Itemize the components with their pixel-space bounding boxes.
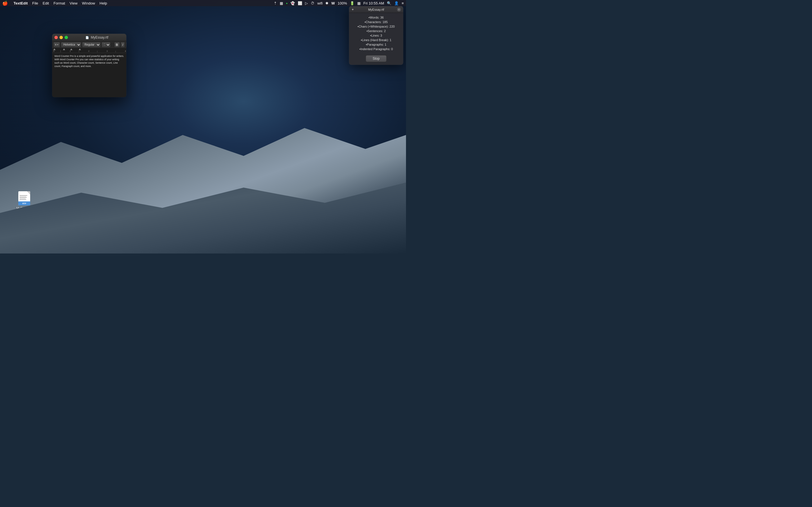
stat-characters: •Characters: 185 bbox=[352, 20, 400, 24]
wc-close-button[interactable]: ✕ bbox=[397, 8, 401, 11]
stat-chars-whitespace: •Chars (+Whitespace): 220 bbox=[352, 24, 400, 29]
document-text: Word Counter Pro is a simple and powerfu… bbox=[54, 55, 124, 68]
stat-paragraphs: •Paragraphs: 1 bbox=[352, 42, 400, 47]
file-line bbox=[19, 195, 27, 196]
stat-lines: •Lines: 3 bbox=[352, 33, 400, 38]
stat-indented-paragraphs: •Indented Paragraphs: 0 bbox=[352, 47, 400, 51]
file-badge: RTF bbox=[18, 202, 30, 205]
wc-stats: •Words: 36 •Characters: 185 •Chars (+Whi… bbox=[349, 13, 403, 54]
search-icon[interactable]: 🔍 bbox=[387, 1, 391, 5]
menubar-left: 🍎 TextEdit File Edit Format View Window … bbox=[2, 1, 107, 6]
stat-lines-hard-break: •Lines (Hard Break): 1 bbox=[352, 38, 400, 42]
clock: Fri 10:55 AM bbox=[363, 1, 384, 5]
file-line bbox=[19, 196, 26, 197]
battery-percentage: 100% bbox=[338, 1, 347, 5]
menu-edit[interactable]: Edit bbox=[43, 1, 49, 5]
list-style-button[interactable]: ≡ ▾ bbox=[53, 42, 60, 48]
wc-title: MyEssay.rtf bbox=[355, 8, 397, 11]
maximize-button[interactable] bbox=[64, 36, 68, 39]
word-counter-panel: ✦ MyEssay.rtf ✕ •Words: 36 •Characters: … bbox=[349, 6, 403, 65]
svg-text:3: 3 bbox=[107, 50, 108, 52]
font-selector[interactable]: Helvetica bbox=[61, 42, 81, 48]
svg-marker-18 bbox=[79, 48, 81, 50]
stats-icon: ▦ bbox=[280, 1, 283, 5]
menu-file[interactable]: File bbox=[32, 1, 38, 5]
menu-format[interactable]: Format bbox=[54, 1, 65, 5]
file-line bbox=[19, 199, 26, 200]
bold-button[interactable]: B bbox=[114, 42, 120, 48]
underline-button[interactable]: U bbox=[126, 42, 126, 48]
svg-marker-17 bbox=[70, 48, 72, 50]
italic-button[interactable]: I bbox=[121, 42, 125, 48]
control-center-icon: ▦ bbox=[357, 1, 361, 5]
file-icon-label: MyEssay.rtf bbox=[16, 207, 33, 210]
ruler: 0 1 2 3 4 5 6 7 bbox=[52, 48, 126, 53]
stop-button[interactable]: Stop bbox=[366, 55, 387, 62]
green-dot-icon: ● bbox=[286, 2, 288, 5]
menubar: 🍎 TextEdit File Edit Format View Window … bbox=[0, 0, 406, 6]
file-icon-lines bbox=[18, 191, 30, 201]
file-line bbox=[19, 197, 27, 198]
app-name[interactable]: TextEdit bbox=[13, 1, 28, 5]
battery-icon: 🔋 bbox=[350, 1, 354, 5]
menu-view[interactable]: View bbox=[70, 1, 78, 5]
fill-color-btn[interactable] bbox=[111, 43, 112, 47]
svg-marker-16 bbox=[63, 48, 65, 50]
apple-menu[interactable]: 🍎 bbox=[2, 1, 8, 6]
menu-help[interactable]: Help bbox=[100, 1, 107, 5]
list-icon: ≡ bbox=[55, 43, 57, 46]
desktop-file-icon[interactable]: RTF MyEssay.rtf bbox=[16, 191, 33, 210]
file-line bbox=[19, 198, 26, 199]
desktop: 🍎 TextEdit File Edit Format View Window … bbox=[0, 0, 406, 253]
stat-sentences: •Sentences: 2 bbox=[352, 29, 400, 33]
user-icon: 👤 bbox=[394, 1, 399, 5]
size-selector[interactable]: 12 bbox=[101, 42, 110, 48]
menubar-right: ⇡ ▦ ● 👻 ⬜ ▷ ⏱ wifi ✱ W 100% 🔋 ▦ Fri 10:5… bbox=[274, 1, 404, 5]
wc-titlebar: ✦ MyEssay.rtf ✕ bbox=[349, 6, 403, 13]
svg-text:1: 1 bbox=[70, 50, 71, 52]
menu-icon: ≡ bbox=[402, 1, 404, 5]
svg-marker-15 bbox=[53, 48, 56, 50]
airplay-icon: ▷ bbox=[305, 1, 308, 5]
file-icon-shape: RTF bbox=[18, 191, 30, 205]
stat-words: •Words: 36 bbox=[352, 15, 400, 20]
microsoft-icon: W bbox=[331, 1, 335, 5]
location-icon: ⇡ bbox=[274, 1, 277, 5]
bluetooth-icon: ✱ bbox=[325, 1, 328, 5]
window-titlebar: 📄 MyEssay.rtf bbox=[52, 34, 126, 41]
svg-text:4: 4 bbox=[125, 50, 126, 52]
svg-text:2: 2 bbox=[88, 50, 89, 52]
wifi-icon: wifi bbox=[317, 1, 322, 5]
dropdown-icon: ▾ bbox=[57, 44, 58, 46]
stroke-color-btn[interactable] bbox=[113, 43, 113, 47]
window-title: 📄 MyEssay.rtf bbox=[70, 36, 124, 40]
time-machine-icon: ⏱ bbox=[311, 1, 314, 5]
close-button[interactable] bbox=[54, 36, 58, 39]
svg-text:0: 0 bbox=[53, 50, 54, 52]
textedit-window: 📄 MyEssay.rtf ≡ ▾ Helvetica Regular 12 B… bbox=[52, 34, 126, 97]
minimize-button[interactable] bbox=[59, 36, 63, 39]
airplay-display-icon: ⬜ bbox=[298, 1, 302, 5]
textedit-toolbar: ≡ ▾ Helvetica Regular 12 B I U ≡ ≡ ≡ 1.0 bbox=[52, 41, 126, 48]
ghost-icon: 👻 bbox=[290, 1, 295, 5]
style-selector[interactable]: Regular bbox=[82, 42, 101, 48]
wc-icon: ✦ bbox=[351, 8, 354, 11]
text-content-area[interactable]: Word Counter Pro is a simple and powerfu… bbox=[52, 53, 126, 97]
menu-window[interactable]: Window bbox=[82, 1, 95, 5]
